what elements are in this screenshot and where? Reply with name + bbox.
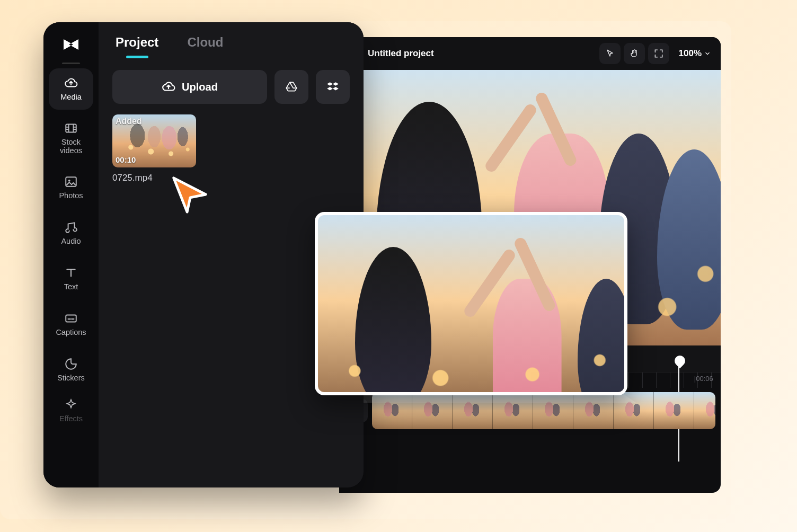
- ruler-tick: |00:06: [694, 375, 713, 383]
- film-icon: [64, 121, 78, 135]
- timeline-video-track[interactable]: [372, 392, 715, 429]
- google-drive-icon: [285, 80, 298, 94]
- svg-point-3: [68, 180, 70, 182]
- svg-rect-4: [66, 315, 76, 322]
- sidebar-item-captions[interactable]: Captions: [49, 304, 93, 345]
- hand-tool-button[interactable]: [624, 43, 645, 64]
- tab-project[interactable]: Project: [116, 35, 158, 57]
- sidebar-item-photos[interactable]: Photos: [49, 167, 93, 208]
- dropbox-button[interactable]: [316, 70, 350, 104]
- select-tool-button[interactable]: [599, 43, 621, 64]
- sidebar-item-audio[interactable]: Audio: [49, 212, 93, 254]
- upload-button[interactable]: Upload: [112, 70, 267, 104]
- sidebar-item-label: Captions: [56, 329, 86, 337]
- timeline-frame: [453, 392, 493, 429]
- clip-grid: Added 00:10 0725.mp4: [99, 109, 364, 189]
- upload-row: Upload: [99, 57, 364, 109]
- captions-icon: [64, 312, 78, 325]
- svg-rect-1: [66, 124, 76, 132]
- tab-cloud[interactable]: Cloud: [187, 35, 223, 57]
- chevron-down-icon: [704, 50, 711, 57]
- project-title[interactable]: Untitled project: [368, 48, 434, 59]
- cloud-upload-icon: [162, 80, 175, 94]
- clip-status-badge: Added: [116, 117, 142, 126]
- clip-duration: 00:10: [116, 155, 136, 164]
- cloud-upload-icon: [64, 76, 78, 90]
- text-icon: [64, 266, 78, 280]
- clip-thumbnail[interactable]: Added 00:10: [112, 114, 196, 167]
- sidebar-item-effects[interactable]: Effects: [49, 395, 93, 427]
- logo-divider: [62, 63, 80, 64]
- drag-preview-card: [315, 212, 627, 395]
- google-drive-button[interactable]: [274, 70, 308, 104]
- zoom-dropdown[interactable]: 100%: [672, 48, 711, 59]
- image-icon: [64, 175, 78, 189]
- clip-card[interactable]: Added 00:10 0725.mp4: [112, 114, 196, 183]
- sidebar-item-label: Audio: [61, 237, 81, 246]
- sidebar-item-text[interactable]: Text: [49, 258, 93, 299]
- editor-header: Untitled project 100%: [339, 37, 721, 70]
- music-note-icon: [64, 220, 78, 234]
- sidebar-item-stickers[interactable]: Stickers: [49, 349, 93, 391]
- svg-rect-2: [66, 177, 76, 186]
- upload-button-label: Upload: [182, 81, 218, 93]
- sidebar-item-label: Photos: [59, 192, 83, 200]
- sidebar-item-label: Effects: [59, 415, 83, 423]
- timeline-frame: [614, 392, 654, 429]
- timeline-frame: [533, 392, 573, 429]
- fullscreen-icon: [653, 48, 664, 59]
- cursor-icon: [605, 48, 615, 59]
- sidebar-item-stock-videos[interactable]: Stock videos: [49, 114, 93, 163]
- zoom-value: 100%: [679, 48, 702, 59]
- sidebar-item-label: Stickers: [57, 374, 85, 383]
- sidebar-item-label: Media: [60, 93, 82, 102]
- sidebar-item-media[interactable]: Media: [49, 68, 93, 110]
- sidebar-item-label: Text: [64, 283, 78, 291]
- tutorial-cursor-icon: [169, 174, 210, 215]
- sidebar-item-label: Stock videos: [60, 138, 82, 155]
- sticker-icon: [64, 357, 78, 371]
- capcut-logo-icon[interactable]: [60, 34, 82, 55]
- timeline-frame: [694, 392, 715, 429]
- timeline-frame: [372, 392, 412, 429]
- timeline-frame: [573, 392, 614, 429]
- timeline-frame: [412, 392, 453, 429]
- timeline-frame: [493, 392, 533, 429]
- media-tabs: Project Cloud: [99, 22, 364, 57]
- timeline-frame: [654, 392, 694, 429]
- dropbox-icon: [326, 80, 340, 94]
- hand-icon: [629, 48, 640, 59]
- side-nav: Media Stock videos Photos Audio: [43, 22, 99, 487]
- sparkle-icon: [64, 398, 78, 412]
- fullscreen-button[interactable]: [648, 43, 669, 64]
